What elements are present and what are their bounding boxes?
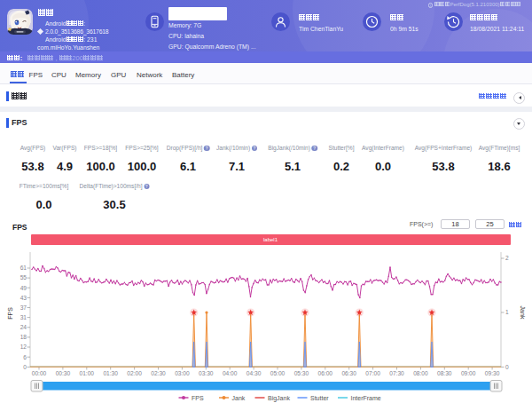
svg-text:01:00: 01:00 bbox=[80, 370, 95, 376]
svg-text:06:00: 06:00 bbox=[318, 370, 333, 376]
svg-text:07:30: 07:30 bbox=[389, 370, 404, 376]
svg-text:04:00: 04:00 bbox=[223, 370, 238, 376]
svg-text:07:00: 07:00 bbox=[365, 370, 380, 376]
svg-text:00:00: 00:00 bbox=[32, 370, 47, 376]
svg-text:2: 2 bbox=[505, 255, 509, 261]
svg-text:09:00: 09:00 bbox=[461, 370, 476, 376]
svg-text:02:00: 02:00 bbox=[127, 370, 142, 376]
svg-text:49: 49 bbox=[20, 285, 27, 291]
svg-text:1: 1 bbox=[505, 309, 509, 315]
svg-text:FPS: FPS bbox=[7, 307, 13, 320]
svg-text:43: 43 bbox=[20, 295, 27, 301]
svg-text:12: 12 bbox=[20, 344, 27, 350]
svg-text:00:30: 00:30 bbox=[56, 370, 71, 376]
svg-text:Jank: Jank bbox=[232, 395, 246, 401]
svg-text:61: 61 bbox=[20, 265, 27, 271]
svg-text:FPS: FPS bbox=[192, 395, 204, 401]
svg-text:02:30: 02:30 bbox=[151, 370, 166, 376]
svg-text:24: 24 bbox=[20, 324, 27, 330]
svg-text:37: 37 bbox=[20, 304, 27, 311]
svg-text:05:00: 05:00 bbox=[270, 370, 286, 376]
svg-text:0: 0 bbox=[505, 364, 509, 370]
svg-text:InterFrame: InterFrame bbox=[351, 395, 381, 401]
svg-text:03:00: 03:00 bbox=[175, 370, 190, 376]
svg-text:0: 0 bbox=[23, 364, 27, 370]
svg-text:Stutter: Stutter bbox=[310, 395, 329, 401]
svg-text:08:00: 08:00 bbox=[413, 370, 428, 376]
svg-text:55: 55 bbox=[20, 274, 27, 281]
svg-text:31: 31 bbox=[20, 314, 27, 320]
svg-text:09:30: 09:30 bbox=[485, 370, 500, 376]
svg-text:05:30: 05:30 bbox=[294, 370, 309, 376]
svg-text:06:30: 06:30 bbox=[341, 370, 356, 376]
svg-text:01:30: 01:30 bbox=[103, 370, 118, 376]
svg-text:04:30: 04:30 bbox=[246, 370, 262, 376]
svg-text:6: 6 bbox=[23, 354, 27, 360]
svg-text:18: 18 bbox=[20, 334, 27, 340]
svg-text:BigJank: BigJank bbox=[268, 395, 290, 402]
svg-text:03:30: 03:30 bbox=[199, 370, 214, 376]
svg-text:Jank: Jank bbox=[520, 306, 526, 320]
svg-text:08:30: 08:30 bbox=[437, 370, 452, 376]
